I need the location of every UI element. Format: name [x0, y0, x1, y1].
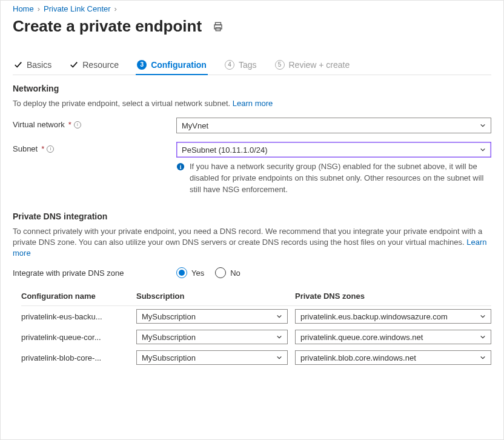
radio-no-label: No: [230, 268, 240, 278]
subscription-value: MySubscription: [142, 312, 196, 321]
tab-configuration[interactable]: 3 Configuration: [136, 60, 208, 75]
chevron-down-icon: [480, 334, 486, 340]
subscription-dropdown[interactable]: MySubscription: [136, 309, 288, 324]
step-number-icon: 3: [137, 60, 147, 70]
breadcrumb-sep-icon: ›: [114, 4, 117, 13]
subscription-dropdown[interactable]: MySubscription: [136, 330, 288, 344]
section-networking-lead: To deploy the private endpoint, select a…: [13, 98, 491, 109]
dns-zone-value: privatelink.blob.core.windows.net: [300, 353, 416, 362]
dns-zone-value: privatelink.eus.backup.windowsazure.com: [300, 312, 448, 321]
chevron-down-icon: [480, 147, 486, 153]
col-private-dns-zones: Private DNS zones: [295, 292, 491, 301]
tab-review-create[interactable]: 5 Review + create: [274, 60, 351, 75]
virtual-network-value: MyVnet: [182, 121, 208, 130]
dns-zones-table: Configuration name Subscription Private …: [21, 287, 491, 368]
integrate-dns-yes-radio[interactable]: Yes: [176, 267, 204, 278]
step-number-icon: 4: [225, 60, 234, 70]
table-row: privatelink-blob-core-... MySubscription…: [21, 347, 491, 368]
config-name-cell: privatelink-queue-cor...: [21, 333, 136, 342]
check-icon: [70, 61, 78, 69]
radio-unselected-icon: [215, 267, 226, 278]
subscription-value: MySubscription: [142, 353, 196, 362]
breadcrumb-sep-icon: ›: [38, 4, 40, 13]
svg-text:i: i: [180, 164, 182, 170]
radio-selected-icon: [176, 267, 187, 278]
breadcrumb-home[interactable]: Home: [13, 4, 34, 13]
page-title: Create a private endpoint: [13, 17, 202, 36]
integrate-dns-label: Integrate with private DNS zone: [13, 268, 124, 278]
networking-lead-text: To deploy the private endpoint, select a…: [13, 99, 233, 108]
subnet-label: Subnet: [13, 144, 38, 153]
info-icon[interactable]: i: [47, 145, 54, 153]
subscription-dropdown[interactable]: MySubscription: [136, 350, 288, 365]
tab-label: Resource: [82, 60, 119, 70]
chevron-down-icon: [480, 313, 486, 319]
radio-yes-label: Yes: [191, 268, 204, 278]
chevron-down-icon: [276, 334, 282, 340]
chevron-down-icon: [480, 122, 486, 128]
tab-label: Configuration: [151, 60, 207, 70]
dns-zone-dropdown[interactable]: privatelink.blob.core.windows.net: [295, 350, 491, 365]
config-name-cell: privatelink-blob-core-...: [21, 353, 136, 362]
col-subscription: Subscription: [136, 292, 295, 301]
section-networking-heading: Networking: [13, 84, 491, 93]
check-icon: [14, 61, 22, 69]
config-name-cell: privatelink-eus-backu...: [21, 312, 136, 321]
section-dns-heading: Private DNS integration: [13, 212, 491, 221]
dns-zone-dropdown[interactable]: privatelink.eus.backup.windowsazure.com: [295, 309, 491, 324]
subnet-dropdown[interactable]: PeSubnet (10.11.1.0/24): [176, 142, 491, 158]
tab-label: Basics: [27, 60, 51, 70]
chevron-down-icon: [480, 355, 486, 361]
table-row: privatelink-queue-cor... MySubscription …: [21, 327, 491, 347]
tab-label: Review + create: [289, 60, 350, 70]
integrate-dns-no-radio[interactable]: No: [215, 267, 240, 278]
chevron-down-icon: [276, 313, 282, 319]
info-icon[interactable]: i: [74, 121, 81, 128]
networking-learn-more-link[interactable]: Learn more: [233, 99, 273, 108]
tab-basics[interactable]: Basics: [13, 60, 53, 75]
required-asterisk-icon: *: [68, 120, 71, 129]
table-row: privatelink-eus-backu... MySubscription …: [21, 306, 491, 327]
nsg-callout-text: If you have a network security group (NS…: [190, 161, 491, 196]
tab-label: Tags: [239, 60, 257, 70]
print-icon[interactable]: [213, 21, 224, 32]
breadcrumb: Home › Private Link Center ›: [13, 1, 491, 16]
virtual-network-label: Virtual network: [13, 120, 65, 129]
dns-lead-text: To connect privately with your private e…: [13, 227, 482, 247]
dns-zone-value: privatelink.queue.core.windows.net: [300, 333, 423, 342]
dns-zone-dropdown[interactable]: privatelink.queue.core.windows.net: [295, 330, 491, 344]
chevron-down-icon: [276, 355, 282, 361]
tab-tags[interactable]: 4 Tags: [224, 60, 258, 75]
col-config-name: Configuration name: [21, 292, 136, 301]
subnet-value: PeSubnet (10.11.1.0/24): [182, 145, 268, 155]
tab-resource[interactable]: Resource: [68, 60, 120, 75]
breadcrumb-private-link-center[interactable]: Private Link Center: [44, 4, 111, 13]
subscription-value: MySubscription: [142, 333, 196, 342]
section-dns-lead: To connect privately with your private e…: [13, 226, 491, 259]
step-number-icon: 5: [275, 60, 285, 70]
virtual-network-dropdown[interactable]: MyVnet: [176, 118, 491, 133]
required-asterisk-icon: *: [41, 144, 44, 153]
info-callout-icon: i: [176, 162, 185, 171]
wizard-tabs: Basics Resource 3 Configuration 4 Tags 5…: [13, 49, 491, 75]
